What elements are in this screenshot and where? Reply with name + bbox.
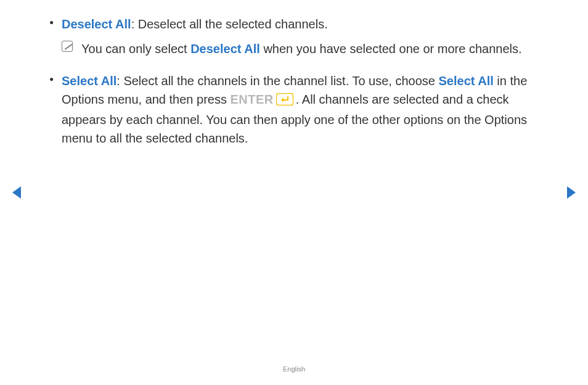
select-all-block: Select All: Select all the channels in t… — [62, 72, 539, 147]
footer-language: English — [0, 365, 588, 373]
note-before: You can only select — [81, 42, 190, 56]
next-page-button[interactable] — [566, 185, 577, 202]
enter-label: ENTER — [231, 93, 274, 106]
deselect-all-line: Deselect All: Deselect all the selected … — [62, 15, 539, 33]
select-all-inline-bold: Select All — [438, 74, 493, 88]
enter-key-icon — [276, 92, 293, 110]
triangle-right-icon — [566, 185, 577, 200]
note-icon — [62, 41, 73, 52]
triangle-left-icon — [11, 185, 22, 200]
document-page: Deselect All: Deselect all the selected … — [0, 0, 588, 385]
note-text: You can only select Deselect All when yo… — [81, 39, 522, 58]
content-area: Deselect All: Deselect all the selected … — [0, 0, 588, 147]
bullet-list: Deselect All: Deselect all the selected … — [49, 15, 539, 147]
select-all-seg1: : Select all the channels in the channel… — [116, 74, 438, 88]
note-bold: Deselect All — [190, 42, 260, 56]
select-all-title: Select All — [62, 74, 116, 88]
note-row: You can only select Deselect All when yo… — [62, 39, 539, 58]
list-item-deselect-all: Deselect All: Deselect all the selected … — [49, 15, 539, 58]
pencil-icon — [62, 41, 73, 52]
deselect-all-title: Deselect All — [62, 17, 131, 31]
prev-page-button[interactable] — [11, 185, 22, 202]
deselect-all-desc: : Deselect all the selected channels. — [131, 17, 328, 31]
list-item-select-all: Select All: Select all the channels in t… — [49, 72, 539, 147]
note-after: when you have selected one or more chann… — [260, 42, 522, 56]
